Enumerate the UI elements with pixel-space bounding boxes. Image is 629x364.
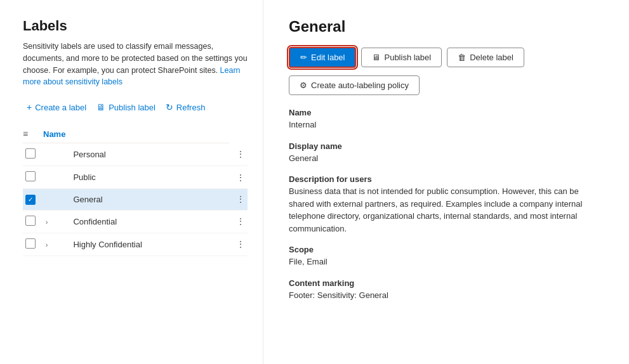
dots-menu-icon[interactable]: ⋮: [236, 194, 245, 204]
field-value: Footer: Sensitivity: General: [289, 289, 604, 302]
field-label: Name: [289, 108, 604, 117]
field-value: File, Email: [289, 256, 604, 268]
action-buttons: ✏ Edit label 🖥 Publish label 🗑 Delete la…: [289, 47, 604, 68]
publish-label-button[interactable]: 🖥 Publish label: [361, 48, 442, 67]
row-actions-highly-confidential[interactable]: ⋮: [230, 233, 248, 256]
col-header-name: Name: [43, 125, 70, 143]
expand-icon-highly-confidential[interactable]: ›: [43, 233, 70, 256]
row-checkbox-general[interactable]: ✓: [25, 195, 36, 205]
trash-icon: 🗑: [458, 53, 466, 62]
detail-field: Content markingFooter: Sensitivity: Gene…: [289, 278, 604, 302]
row-actions-public[interactable]: ⋮: [230, 166, 248, 189]
sort-icon: ≡: [23, 129, 28, 139]
right-panel: General ✏ Edit label 🖥 Publish label 🗑 D…: [263, 0, 629, 364]
detail-section: NameInternalDisplay nameGeneralDescripti…: [289, 108, 604, 301]
table-row[interactable]: ✓General⋮: [23, 189, 248, 211]
field-value: Internal: [289, 119, 604, 131]
row-actions-general[interactable]: ⋮: [230, 189, 248, 211]
create-label-button[interactable]: + Create a label: [23, 100, 90, 115]
detail-field: Description for usersBusiness data that …: [289, 174, 604, 235]
table-row[interactable]: ›Highly Confidential⋮: [23, 233, 248, 256]
auto-icon: ⚙: [300, 81, 307, 90]
expand-placeholder-general: [43, 189, 70, 211]
field-label: Scope: [289, 245, 604, 254]
plus-icon: +: [27, 102, 32, 112]
field-label: Content marking: [289, 278, 604, 288]
row-actions-personal[interactable]: ⋮: [230, 143, 248, 166]
table-row[interactable]: Personal⋮: [23, 143, 248, 166]
expand-placeholder-personal: [43, 143, 70, 166]
field-label: Description for users: [289, 174, 604, 184]
expand-icon-confidential[interactable]: ›: [43, 210, 70, 233]
expand-placeholder-public: [43, 166, 70, 189]
detail-field: Display nameGeneral: [289, 141, 604, 165]
table-row[interactable]: Public⋮: [23, 166, 248, 189]
field-value: Business data that is not intended for p…: [289, 185, 604, 235]
page-title: Labels: [23, 18, 248, 34]
description-text: Sensitivity labels are used to classify …: [23, 41, 248, 88]
field-label: Display name: [289, 141, 604, 151]
create-auto-label-button[interactable]: ⚙ Create auto-labeling policy: [289, 75, 420, 95]
label-name-highly-confidential: Highly Confidential: [70, 233, 230, 256]
detail-title: General: [289, 18, 604, 36]
dots-menu-icon[interactable]: ⋮: [236, 216, 245, 226]
row-checkbox-personal[interactable]: [25, 148, 36, 159]
row-checkbox-highly-confidential[interactable]: [25, 238, 36, 249]
delete-label-button[interactable]: 🗑 Delete label: [447, 48, 524, 67]
col-header-actions: [70, 125, 230, 143]
dots-menu-icon[interactable]: ⋮: [236, 172, 245, 183]
monitor-icon: 🖥: [96, 102, 105, 112]
row-checkbox-confidential[interactable]: [25, 216, 36, 226]
toolbar: + Create a label 🖥 Publish label ↻ Refre…: [23, 100, 248, 115]
pencil-icon: ✏: [300, 53, 307, 62]
refresh-button[interactable]: ↻ Refresh: [162, 100, 209, 115]
col-header-check: ≡: [23, 125, 43, 143]
row-checkbox-public[interactable]: [25, 171, 36, 181]
publish-label-toolbar-button[interactable]: 🖥 Publish label: [93, 100, 159, 115]
detail-field: NameInternal: [289, 108, 604, 131]
row-actions-confidential[interactable]: ⋮: [230, 210, 248, 233]
dots-menu-icon[interactable]: ⋮: [236, 149, 245, 159]
detail-field: ScopeFile, Email: [289, 245, 604, 268]
publish-icon: 🖥: [372, 53, 380, 62]
label-name-personal: Personal: [70, 143, 230, 166]
refresh-icon: ↻: [166, 102, 173, 112]
label-name-general: General: [70, 189, 230, 211]
table-row[interactable]: ›Confidential⋮: [23, 210, 248, 233]
labels-table: ≡ Name Personal⋮Public⋮✓General⋮›Confide…: [23, 125, 248, 256]
dots-menu-icon[interactable]: ⋮: [236, 239, 245, 249]
edit-label-button[interactable]: ✏ Edit label: [289, 47, 356, 68]
field-value: General: [289, 152, 604, 165]
label-name-public: Public: [70, 166, 230, 189]
left-panel: Labels Sensitivity labels are used to cl…: [0, 0, 263, 364]
label-name-confidential: Confidential: [70, 210, 230, 233]
